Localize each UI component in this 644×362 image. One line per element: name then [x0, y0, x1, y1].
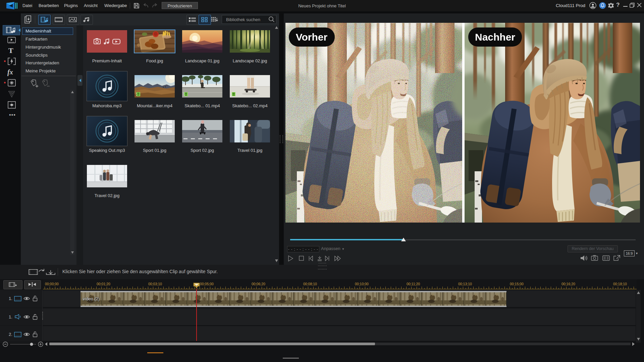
- svg-text:Nachher: Nachher: [475, 32, 515, 43]
- svg-text:Vorher: Vorher: [296, 32, 328, 43]
